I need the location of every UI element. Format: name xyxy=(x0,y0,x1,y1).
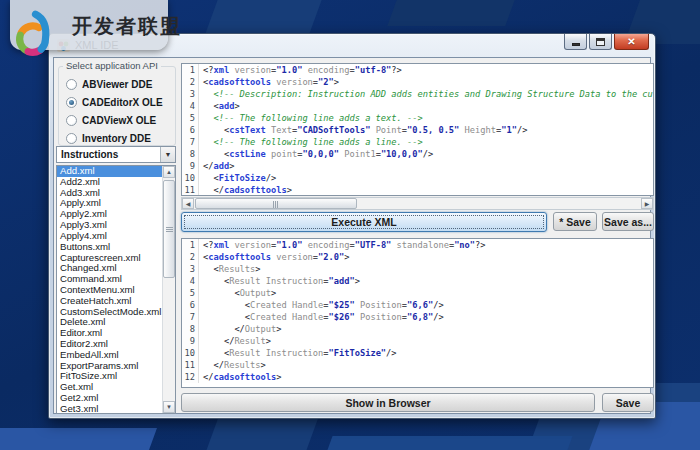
code-line: 5 <Output> xyxy=(182,287,653,299)
code-text: <FitToSize/> xyxy=(199,172,276,184)
radio-label: CADViewX OLE xyxy=(82,115,156,126)
maximize-button[interactable] xyxy=(589,34,612,50)
api-groupbox: Select application API ABViewer DDECADEd… xyxy=(58,66,176,146)
brand-logo-icon xyxy=(11,8,59,58)
line-number: 3 xyxy=(182,263,199,275)
code-text: <cadsofttools version="2"> xyxy=(199,76,339,88)
list-item[interactable]: EmbedAll.xml xyxy=(57,350,162,361)
close-button[interactable]: ✕ xyxy=(614,34,649,50)
code-line: 9 </Result> xyxy=(182,335,653,347)
chevron-shape xyxy=(387,0,514,26)
maximize-icon xyxy=(596,38,605,46)
list-item[interactable]: Buttons.xml xyxy=(57,242,162,253)
list-item[interactable]: Apply.xml xyxy=(57,198,162,209)
editor-horizontal-scrollbar[interactable]: ◀ ▶ xyxy=(181,197,654,210)
line-number: 8 xyxy=(182,323,199,335)
list-item[interactable]: Editor2.xml xyxy=(57,339,162,350)
xml-result-editor[interactable]: 1<?xml version="1.0" encoding="UTF-8" st… xyxy=(181,238,654,388)
minimize-button[interactable] xyxy=(564,34,587,50)
save-result-button[interactable]: Save xyxy=(602,393,654,412)
code-line: 6 <cstText Text="CADSoftTools" Point="0.… xyxy=(182,124,653,136)
line-number: 9 xyxy=(182,160,199,172)
line-number: 2 xyxy=(182,251,199,263)
code-line: 12</cadsofttools> xyxy=(182,371,653,383)
scrollbar-thumb[interactable] xyxy=(163,180,175,278)
code-text: <cstText Text="CADSoftTools" Point="0.5,… xyxy=(199,124,527,136)
code-text: <Result Instruction="FitToSize"/> xyxy=(199,347,397,359)
instructions-combobox-value: Instructions xyxy=(57,149,160,160)
window-client-area: Select application API ABViewer DDECADEd… xyxy=(53,57,651,414)
save-source-button[interactable]: * Save xyxy=(553,212,597,231)
list-item[interactable]: Get3.xml xyxy=(57,404,162,413)
code-text: </Result> xyxy=(199,335,271,347)
radio-option[interactable]: CADViewX OLE xyxy=(66,114,156,127)
scroll-up-button[interactable]: ▲ xyxy=(163,166,175,178)
list-item[interactable]: Delete.xml xyxy=(57,317,162,328)
line-number: 2 xyxy=(182,76,199,88)
list-item[interactable]: Get.xml xyxy=(57,382,162,393)
radio-option[interactable]: Inventory DDE xyxy=(66,132,151,145)
code-line: 9</add> xyxy=(182,160,653,172)
save-source-label: * Save xyxy=(559,216,591,228)
radio-option[interactable]: ABViewer DDE xyxy=(66,78,152,91)
list-item[interactable]: CustomSelectMode.xml xyxy=(57,307,162,318)
code-text: <cadsofttools version="2.0"> xyxy=(199,251,349,263)
line-number: 10 xyxy=(182,172,199,184)
list-item[interactable]: CreateHatch.xml xyxy=(57,296,162,307)
line-number: 1 xyxy=(182,239,199,251)
code-text: <!-- Description: Instruction ADD adds e… xyxy=(199,88,654,100)
xml-source-editor[interactable]: 1<?xml version="1.0" encoding="utf-8"?>2… xyxy=(181,63,654,196)
radio-icon[interactable] xyxy=(66,97,77,108)
code-text: <?xml version="1.0" encoding="UTF-8" sta… xyxy=(199,239,486,251)
line-number: 7 xyxy=(182,311,199,323)
list-item[interactable]: Get2.xml xyxy=(57,393,162,404)
list-scrollbar[interactable]: ▲ ▼ xyxy=(162,166,175,413)
instructions-combobox[interactable]: Instructions ▼ xyxy=(56,146,176,163)
line-number: 12 xyxy=(182,371,199,383)
list-item[interactable]: ContextMenu.xml xyxy=(57,285,162,296)
list-item[interactable]: Editor.xml xyxy=(57,328,162,339)
code-text: <Created Handle="$26" Position="6,8"/> xyxy=(199,311,444,323)
radio-icon[interactable] xyxy=(66,133,77,144)
scrollbar-thumb[interactable] xyxy=(195,198,357,209)
scroll-left-button[interactable]: ◀ xyxy=(182,198,194,209)
show-in-browser-label: Show in Browser xyxy=(345,397,430,409)
list-item[interactable]: FitToSize.xml xyxy=(57,371,162,382)
list-item[interactable]: Add2.xml xyxy=(57,177,162,188)
save-as-label: Save as... xyxy=(604,216,652,228)
scroll-down-button[interactable]: ▼ xyxy=(163,401,175,413)
list-item[interactable]: Apply3.xml xyxy=(57,220,162,231)
line-number: 4 xyxy=(182,275,199,287)
radio-option[interactable]: CADEditorX OLE xyxy=(66,96,163,109)
list-item[interactable]: Apply4.xml xyxy=(57,231,162,242)
code-text: <?xml version="1.0" encoding="utf-8"?> xyxy=(199,64,402,76)
combobox-dropdown-button[interactable]: ▼ xyxy=(160,147,175,162)
list-item[interactable]: Command.xml xyxy=(57,274,162,285)
list-item[interactable]: Add.xml xyxy=(57,166,162,177)
list-item[interactable]: Add3.xml xyxy=(57,188,162,199)
code-line: 3 <Results> xyxy=(182,263,653,275)
line-number: 4 xyxy=(182,100,199,112)
save-as-button[interactable]: Save as... xyxy=(602,212,654,231)
code-line: 2<cadsofttools version="2.0"> xyxy=(182,251,653,263)
list-item[interactable]: ExportParams.xml xyxy=(57,361,162,372)
line-number: 10 xyxy=(182,347,199,359)
line-number: 11 xyxy=(182,184,199,196)
list-item[interactable]: Changed.xml xyxy=(57,263,162,274)
arrow-up-icon: ▲ xyxy=(166,169,172,175)
execute-xml-button[interactable]: Execute XML xyxy=(181,212,547,232)
show-in-browser-button[interactable]: Show in Browser xyxy=(181,393,595,412)
list-item[interactable]: Apply2.xml xyxy=(57,209,162,220)
code-line: 8 <cstLine point="0,0,0" Point1="10,0,0"… xyxy=(182,148,653,160)
radio-icon[interactable] xyxy=(66,79,77,90)
arrow-left-icon: ◀ xyxy=(186,200,191,207)
scroll-right-button[interactable]: ▶ xyxy=(641,198,653,209)
list-item[interactable]: Capturescreen.xml xyxy=(57,253,162,264)
radio-icon[interactable] xyxy=(66,115,77,126)
code-text: <!-- The following line adds a text. --> xyxy=(199,112,423,124)
code-text: <add> xyxy=(199,100,240,112)
radio-label: ABViewer DDE xyxy=(82,79,152,90)
instructions-list: Add.xmlAdd2.xmlAdd3.xmlApply.xmlApply2.x… xyxy=(57,166,162,413)
code-text: <Result Instruction="add"> xyxy=(199,275,360,287)
close-icon: ✕ xyxy=(627,36,635,47)
